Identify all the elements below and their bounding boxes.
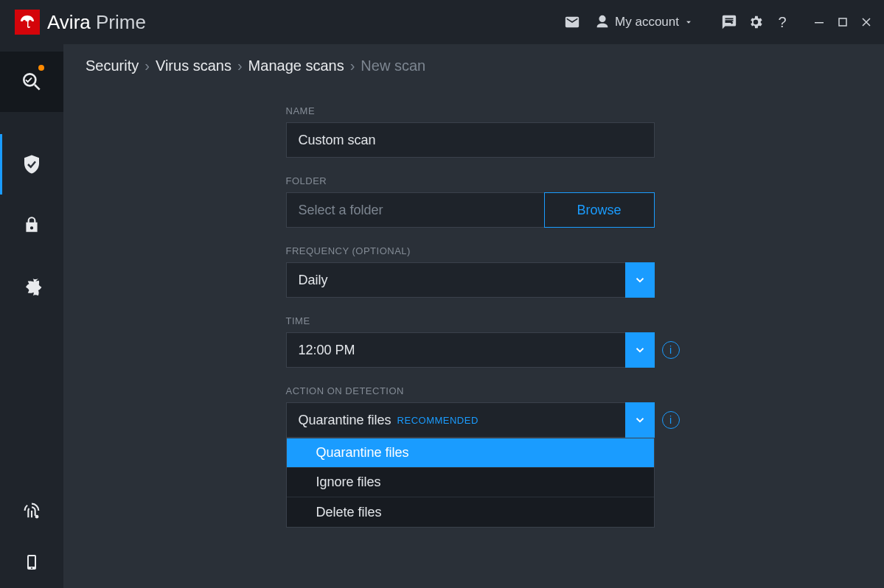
action-select[interactable]: Quarantine files RECOMMENDED bbox=[286, 402, 625, 438]
name-label: NAME bbox=[286, 105, 655, 116]
minimize-button[interactable] bbox=[809, 9, 829, 35]
chevron-down-icon bbox=[633, 343, 647, 357]
field-time: TIME 12:00 PM i bbox=[286, 315, 655, 368]
brand-name: Avira bbox=[47, 11, 91, 33]
sidebar-item-identity[interactable] bbox=[0, 485, 63, 536]
sidebar-item-security[interactable] bbox=[0, 134, 63, 195]
svg-rect-1 bbox=[839, 18, 846, 26]
breadcrumb-manage-scans[interactable]: Manage scans bbox=[248, 57, 344, 74]
folder-input[interactable]: Select a folder bbox=[286, 192, 544, 228]
brand-text: Avira Prime bbox=[47, 11, 146, 34]
chevron-down-icon bbox=[633, 413, 647, 427]
chevron-right-icon: › bbox=[145, 57, 150, 74]
time-value: 12:00 PM bbox=[299, 343, 355, 358]
folder-label: FOLDER bbox=[286, 175, 655, 186]
svg-rect-0 bbox=[815, 22, 824, 24]
action-value: Quarantine files bbox=[299, 413, 391, 428]
chevron-right-icon: › bbox=[350, 57, 355, 74]
time-info-button[interactable]: i bbox=[662, 341, 680, 359]
app-logo bbox=[15, 10, 40, 35]
brand-suffix: Prime bbox=[96, 11, 146, 33]
close-button[interactable] bbox=[856, 9, 877, 35]
field-name: NAME bbox=[286, 105, 655, 158]
field-frequency: FREQUENCY (OPTIONAL) Daily bbox=[286, 245, 655, 298]
settings-icon[interactable] bbox=[742, 9, 769, 35]
sidebar bbox=[0, 44, 63, 588]
action-info-button[interactable]: i bbox=[662, 411, 680, 429]
main-content: Security › Virus scans › Manage scans › … bbox=[63, 44, 884, 588]
action-dropdown-button[interactable] bbox=[625, 402, 655, 438]
titlebar: Avira Prime My account ? bbox=[0, 0, 884, 44]
time-select[interactable]: 12:00 PM bbox=[286, 332, 625, 368]
maximize-button[interactable] bbox=[832, 9, 853, 35]
sidebar-item-performance[interactable] bbox=[0, 255, 63, 315]
breadcrumb-virus-scans[interactable]: Virus scans bbox=[156, 57, 232, 74]
help-icon[interactable]: ? bbox=[769, 9, 796, 35]
frequency-label: FREQUENCY (OPTIONAL) bbox=[286, 245, 655, 256]
time-label: TIME bbox=[286, 315, 655, 326]
account-label: My account bbox=[615, 15, 679, 29]
sidebar-item-privacy[interactable] bbox=[0, 195, 63, 255]
feedback-icon[interactable] bbox=[716, 9, 742, 35]
svg-rect-5 bbox=[29, 556, 35, 567]
action-label: ACTION ON DETECTION bbox=[286, 385, 655, 396]
chevron-right-icon: › bbox=[237, 57, 243, 74]
breadcrumb-new-scan: New scan bbox=[361, 57, 425, 74]
sidebar-item-status[interactable] bbox=[0, 52, 63, 112]
chevron-down-icon bbox=[633, 273, 647, 287]
frequency-select[interactable]: Daily bbox=[286, 262, 625, 298]
chevron-down-icon bbox=[683, 17, 694, 27]
svg-point-6 bbox=[31, 567, 32, 569]
folder-placeholder: Select a folder bbox=[299, 203, 383, 218]
breadcrumb-security[interactable]: Security bbox=[86, 57, 139, 74]
field-action: ACTION ON DETECTION Quarantine files REC… bbox=[286, 385, 655, 438]
action-option-ignore[interactable]: Ignore files bbox=[287, 468, 654, 497]
action-option-quarantine[interactable]: Quarantine files bbox=[287, 438, 654, 468]
field-folder: FOLDER Select a folder Browse bbox=[286, 175, 655, 228]
alert-dot-icon bbox=[38, 65, 44, 71]
breadcrumb: Security › Virus scans › Manage scans › … bbox=[86, 57, 855, 74]
mail-icon[interactable] bbox=[559, 9, 585, 35]
account-menu[interactable]: My account bbox=[585, 14, 703, 30]
svg-point-3 bbox=[35, 515, 39, 519]
name-input[interactable] bbox=[299, 133, 642, 148]
person-icon bbox=[594, 14, 610, 30]
time-dropdown-button[interactable] bbox=[625, 332, 655, 368]
name-input-wrapper bbox=[286, 122, 655, 158]
recommended-badge: RECOMMENDED bbox=[397, 415, 478, 426]
sidebar-item-mobile[interactable] bbox=[0, 536, 63, 588]
avira-umbrella-icon bbox=[18, 13, 36, 31]
action-dropdown: Quarantine files Ignore files Delete fil… bbox=[286, 438, 655, 528]
browse-button[interactable]: Browse bbox=[544, 192, 655, 228]
action-option-delete[interactable]: Delete files bbox=[287, 497, 654, 527]
frequency-dropdown-button[interactable] bbox=[625, 262, 655, 298]
scan-form: NAME FOLDER Select a folder Browse FREQU… bbox=[286, 105, 655, 492]
frequency-value: Daily bbox=[299, 273, 328, 288]
